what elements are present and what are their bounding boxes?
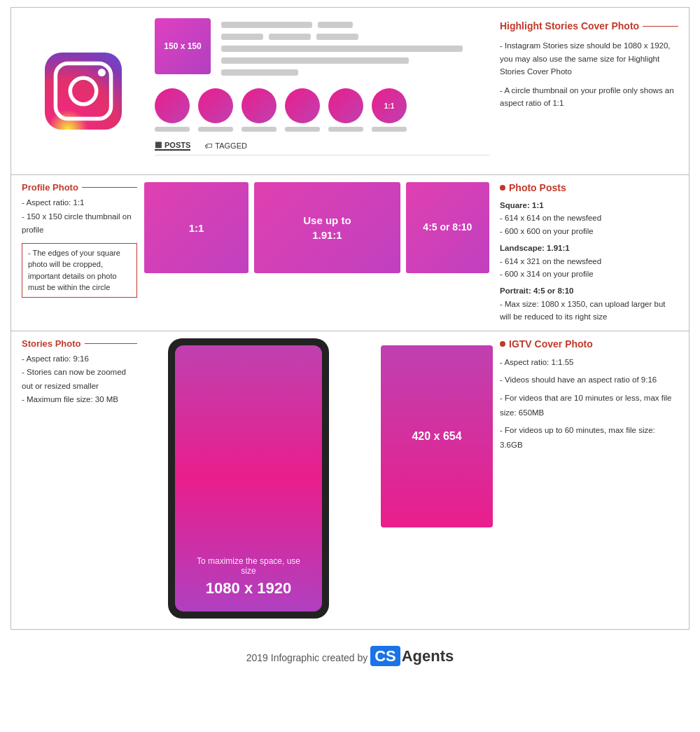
photo-posts-landscape-p2: - 600 x 314 on your profile [500, 268, 678, 280]
story-circle-1 [155, 88, 190, 123]
story-label-2 [198, 127, 233, 132]
igtv-point4: - For videos up to 60 minutes, max file … [500, 423, 678, 452]
profile-bio-3 [221, 69, 298, 76]
post-portrait: 4:5 or 8:10 [406, 182, 489, 273]
profile-header-row: 150 x 150 [155, 18, 489, 81]
stories-point2: - Stories can now be zoomed out or resiz… [22, 366, 137, 393]
footer-text: 2019 Infographic created by [246, 652, 368, 663]
profile-stat-3 [316, 34, 358, 40]
bottom-area: Stories Photo - Aspect ratio: 9:16 - Sto… [11, 331, 689, 629]
profile-line-row-1 [221, 22, 489, 28]
main-container: 150 x 150 [10, 7, 690, 630]
stories-annotation: Stories Photo - Aspect ratio: 9:16 - Sto… [22, 338, 144, 407]
photo-posts-portrait: Portrait: 4:5 or 8:10 - Max size: 1080 x… [500, 284, 678, 323]
story-label-3 [241, 127, 276, 132]
profile-line-row-2 [221, 34, 489, 40]
photo-posts-annotation: Photo Posts Square: 1:1 - 614 x 614 on t… [500, 182, 678, 324]
posts-tab[interactable]: ▦ POSTS [155, 140, 190, 151]
story-circle-4 [285, 88, 320, 123]
profile-photo-annotation: Profile Photo - Aspect ratio: 1:1 - 150 … [22, 182, 144, 298]
story-label-4 [285, 127, 320, 132]
footer-brand: CSAgents [370, 647, 454, 665]
phone-small-text: To maximize the space, use size [189, 556, 308, 576]
posts-center: 1:1 Use up to1.91:1 4:5 or 8:10 [144, 182, 500, 273]
highlight-stories-point1: - Instagram Stories size should be 1080 … [500, 39, 678, 78]
ratio-badge-label: 1:1 [384, 102, 394, 110]
posts-tab-label: POSTS [164, 141, 190, 149]
stories-point1: - Aspect ratio: 9:16 [22, 352, 137, 366]
profile-photo-box: 150 x 150 [155, 18, 211, 74]
story-circle-3 [241, 88, 276, 123]
profile-bio-1 [221, 46, 463, 52]
igtv-annotation: IGTV Cover Photo - Aspect ratio: 1:1.55 … [500, 338, 678, 453]
igtv-point3: - For videos that are 10 minutes or less… [500, 391, 678, 420]
stories-phone-area: To maximize the space, use size 1080 x 1… [144, 338, 500, 619]
post-square-label: 1:1 [189, 222, 204, 234]
igtv-cover-box: 420 x 654 [381, 345, 493, 527]
igtv-details: - Aspect ratio: 1:1.55 - Videos should h… [500, 355, 678, 453]
profile-follow-btn-line [318, 22, 353, 28]
photo-posts-square-p2: - 600 x 600 on your profile [500, 225, 678, 237]
footer: 2019 Infographic created by CSAgents [0, 637, 700, 676]
photo-posts-landscape-p1: - 614 x 321 on the newsfeed [500, 255, 678, 268]
profile-stat-1 [221, 34, 263, 40]
photo-posts-landscape-title: Landscape: 1.91:1 [500, 242, 678, 254]
photo-posts-square-p1: - 614 x 614 on the newsfeed [500, 212, 678, 224]
svg-point-3 [97, 69, 105, 76]
photo-posts-portrait-p1: - Max size: 1080 x 1350, can upload larg… [500, 298, 678, 324]
photo-posts-landscape: Landscape: 1.91:1 - 614 x 321 on the new… [500, 242, 678, 280]
tagged-tab-label: TAGGED [215, 141, 247, 150]
story-circle-2 [198, 88, 233, 123]
posts-grid: 1:1 Use up to1.91:1 4:5 or 8:10 [144, 182, 489, 273]
igtv-indicator: IGTV Cover Photo [500, 338, 678, 350]
tagged-tab[interactable]: 🏷 TAGGED [204, 140, 247, 151]
profile-photo-point3: - The edges of your square photo will be… [22, 243, 137, 298]
highlight-stories-panel: Highlight Stories Cover Photo - Instagra… [500, 18, 678, 164]
logo-area [22, 18, 144, 164]
post-landscape: Use up to1.91:1 [254, 182, 400, 273]
profile-lines [221, 18, 489, 81]
footer-agents: Agents [402, 647, 454, 665]
story-circle-ratio: 1:1 [372, 88, 407, 123]
profile-photo-label: 150 x 150 [164, 41, 201, 51]
post-landscape-label: Use up to1.91:1 [303, 213, 351, 242]
photo-posts-indicator: Photo Posts [500, 182, 678, 193]
profile-mockup-area: 150 x 150 [144, 18, 500, 164]
stories-title: Stories Photo [22, 338, 137, 349]
igtv-point2: - Videos should have an aspect ratio of … [500, 373, 678, 387]
phone-screen: To maximize the space, use size 1080 x 1… [175, 345, 322, 612]
posts-tabs-row: ▦ POSTS 🏷 TAGGED [155, 140, 489, 156]
profile-bio-2 [221, 57, 409, 64]
highlight-stories-point2: - A circle thumbnail on your profile onl… [500, 84, 678, 110]
post-portrait-label: 4:5 or 8:10 [423, 221, 472, 235]
footer-cs: CS [370, 646, 400, 666]
phone-size-text: 1080 x 1920 [206, 579, 291, 598]
profile-stat-2 [269, 34, 311, 40]
story-label-5 [328, 127, 363, 132]
photo-posts-portrait-title: Portrait: 4:5 or 8:10 [500, 284, 678, 297]
page-wrapper: 150 x 150 [0, 7, 700, 676]
highlight-stories-title: Highlight Stories Cover Photo [500, 18, 678, 34]
stories-point3: - Maximum file size: 30 MB [22, 393, 137, 407]
profile-photo-title: Profile Photo [22, 182, 137, 193]
middle-area: Profile Photo - Aspect ratio: 1:1 - 150 … [11, 175, 689, 331]
post-square: 1:1 [144, 182, 248, 273]
profile-photo-point2: - 150 x 150 circle thumbnail on profile [22, 210, 137, 237]
story-labels-row [155, 127, 489, 132]
top-area: 150 x 150 [11, 8, 689, 174]
phone-mockup: To maximize the space, use size 1080 x 1… [168, 338, 329, 619]
igtv-title: IGTV Cover Photo [509, 338, 593, 350]
photo-posts-square-title: Square: 1:1 [500, 199, 678, 212]
story-circle-5 [328, 88, 363, 123]
profile-photo-point1: - Aspect ratio: 1:1 [22, 196, 137, 210]
story-label-6 [372, 127, 407, 132]
instagram-logo-icon [45, 53, 122, 130]
highlight-circles-row: 1:1 [155, 88, 489, 123]
photo-posts-details: Square: 1:1 - 614 x 614 on the newsfeed … [500, 199, 678, 324]
story-label-1 [155, 127, 190, 132]
igtv-box-label: 420 x 654 [412, 430, 461, 443]
photo-posts-title: Photo Posts [509, 182, 566, 193]
igtv-point1: - Aspect ratio: 1:1.55 [500, 355, 678, 370]
photo-posts-square: Square: 1:1 - 614 x 614 on the newsfeed … [500, 199, 678, 237]
profile-name-line [221, 22, 312, 28]
